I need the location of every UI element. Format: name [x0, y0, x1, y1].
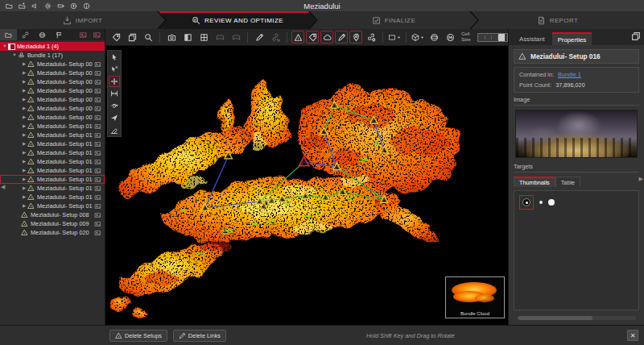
setup-photo-thumbnail[interactable] — [515, 110, 638, 158]
expand-right-panel-handle[interactable]: ▶ — [639, 176, 643, 182]
snapshot-tool-button[interactable] — [164, 31, 179, 44]
open-project-button[interactable] — [19, 2, 26, 10]
delete-setups-button[interactable]: Delete Setups — [109, 330, 167, 342]
image-indicator-icon[interactable] — [94, 132, 102, 139]
image-indicator-icon[interactable] — [94, 123, 102, 130]
links-tab[interactable] — [17, 29, 34, 40]
tree-item-setup[interactable]: ▶Meziadului- Setup 006 ... — [0, 104, 105, 113]
split-view-tool-button[interactable] — [196, 31, 211, 44]
image-indicator-icon[interactable] — [94, 141, 102, 148]
cell-size-slider[interactable] — [477, 33, 508, 42]
scrollbar-thumb[interactable] — [518, 316, 592, 320]
storage-button[interactable] — [57, 2, 64, 10]
pan-tool-button[interactable] — [109, 76, 120, 87]
horizontal-scrollbar[interactable] — [517, 316, 636, 320]
tree-item-setup[interactable]: ▶Meziadului- Setup 017 ... — [0, 184, 105, 193]
target-thumbnail[interactable] — [548, 199, 555, 206]
station-view-tool-button[interactable] — [109, 100, 120, 111]
image-indicator-icon[interactable] — [94, 150, 102, 156]
image-indicator-icon[interactable] — [94, 97, 102, 103]
station-filter-button[interactable] — [291, 31, 304, 44]
image-indicator-icon[interactable] — [94, 230, 102, 236]
expand-caret[interactable]: ▶ — [21, 166, 27, 175]
workflow-step-import[interactable]: IMPORT — [0, 11, 165, 29]
measure-tool-button[interactable] — [109, 88, 120, 99]
clean-tool-button[interactable] — [109, 124, 120, 135]
expand-caret[interactable]: ▶ — [21, 95, 27, 104]
workflow-step-review-and-optimize[interactable]: REVIEW AND OPTIMIZE — [159, 11, 316, 29]
image-indicator-icon[interactable] — [94, 70, 102, 77]
pin-filter-button[interactable] — [349, 31, 362, 44]
label-filter-button[interactable] — [306, 31, 319, 44]
expand-caret[interactable]: ▶ — [21, 131, 27, 139]
expand-caret[interactable]: ▶ — [21, 104, 27, 113]
tree-item-setup[interactable]: ▶Meziadului- Setup 019 ... — [0, 202, 105, 210]
tree-item-setup[interactable]: ▶Meziadului- Setup 010 ... — [0, 122, 105, 131]
new-project-button[interactable] — [6, 2, 13, 10]
image-indicator-icon[interactable] — [94, 61, 102, 68]
tree-item-setup[interactable]: Meziadului- Setup 009 — [0, 219, 105, 228]
expand-caret[interactable]: ▶ — [21, 86, 27, 95]
project-tab[interactable] — [0, 29, 17, 40]
image-filter-a-button[interactable] — [77, 29, 89, 40]
image-indicator-icon[interactable] — [94, 114, 102, 121]
image-indicator-icon[interactable] — [94, 168, 102, 174]
tree-item-setup[interactable]: ▶Meziadului- Setup 003 ... — [0, 77, 105, 86]
tree-item-setup[interactable]: ▶Meziadului- Setup 007 ... — [0, 113, 105, 122]
box-select-tool-button[interactable] — [387, 31, 402, 44]
workflow-step-report[interactable]: REPORT — [471, 11, 644, 29]
close-button[interactable]: ✕ — [627, 330, 638, 341]
expand-caret[interactable]: ▶ — [21, 175, 27, 184]
flags-tab[interactable] — [51, 29, 68, 40]
bundle-cloud-inset[interactable]: Bundle Cloud — [445, 276, 505, 318]
target-thumbnail[interactable] — [539, 201, 543, 204]
panel-layout-button[interactable] — [631, 31, 641, 41]
expand-caret[interactable]: ▶ — [21, 113, 27, 122]
expand-caret[interactable]: ▶ — [21, 60, 27, 69]
select-tool-button[interactable] — [109, 52, 120, 63]
expand-caret[interactable]: ▶ — [21, 202, 27, 210]
tree-item-setup[interactable]: ▶Meziadului- Setup 005 ... — [0, 95, 105, 104]
image-indicator-icon[interactable] — [94, 212, 102, 218]
label-tool-button[interactable] — [109, 31, 123, 44]
sphere-view-tool-button[interactable] — [427, 31, 441, 44]
cloud-filter-button[interactable] — [320, 31, 333, 44]
tree-item-setup[interactable]: ▶Meziadului- Setup 011 ... — [0, 131, 105, 139]
slider-thumb[interactable] — [498, 34, 505, 41]
tree-item-setup[interactable]: Meziadului- Setup 020 — [0, 228, 105, 237]
draw-link-tool-button[interactable] — [252, 31, 266, 44]
tab-properties[interactable]: Properties — [552, 32, 592, 45]
image-indicator-icon[interactable] — [94, 79, 102, 85]
image-adjust-tool-button[interactable] — [180, 31, 195, 44]
tree-item-setup[interactable]: ▶Meziadului- Setup 013 ... — [0, 148, 105, 157]
unit-tool-button[interactable] — [443, 31, 457, 44]
fly-tool-button[interactable] — [109, 112, 120, 123]
image-indicator-icon[interactable] — [94, 221, 102, 227]
edit-filter-button[interactable] — [335, 31, 348, 44]
tree-item-setup[interactable]: ▶Meziadului- Setup 016 ... — [0, 175, 105, 184]
tree-item-bundle[interactable]: ▼Bundle 1 (17) — [0, 51, 105, 60]
tree-item-setup[interactable]: ▶Meziadului- Setup 018 ... — [0, 193, 105, 202]
image-indicator-icon[interactable] — [94, 185, 102, 192]
clone-tool-button[interactable] — [125, 31, 139, 44]
dropdown-caret-icon[interactable] — [420, 35, 424, 39]
tab-thumbnails[interactable]: Thumbnails — [514, 177, 555, 187]
delete-links-button[interactable]: Delete Links — [173, 330, 226, 342]
bundle-link[interactable]: Bundle 1 — [558, 71, 581, 78]
tab-assistant[interactable]: Assistant — [514, 33, 551, 45]
about-button[interactable] — [83, 2, 90, 10]
tree-item-setup[interactable]: ▶Meziadului- Setup 012 ... — [0, 139, 105, 148]
expand-caret[interactable]: ▶ — [21, 148, 27, 157]
dropdown-caret-icon[interactable] — [397, 35, 401, 39]
image-indicator-icon[interactable] — [94, 88, 102, 94]
viewport-3d[interactable]: Bundle Cloud — [105, 46, 508, 325]
image-filter-b-button[interactable] — [91, 29, 102, 40]
link-settings-button[interactable] — [364, 31, 378, 44]
tree-item-setup[interactable]: ▶Meziadului- Setup 004 ... — [0, 86, 105, 95]
stations-tab[interactable] — [34, 29, 51, 40]
expand-caret[interactable]: ▶ — [21, 139, 27, 148]
workflow-step-finalize[interactable]: FINALIZE — [310, 11, 477, 29]
expand-caret[interactable]: ▼ — [11, 51, 18, 60]
collapse-left-panel-handle[interactable]: ◀ — [1, 184, 5, 190]
tree-item-setup[interactable]: ▶Meziadului- Setup 001 ... — [0, 60, 105, 69]
